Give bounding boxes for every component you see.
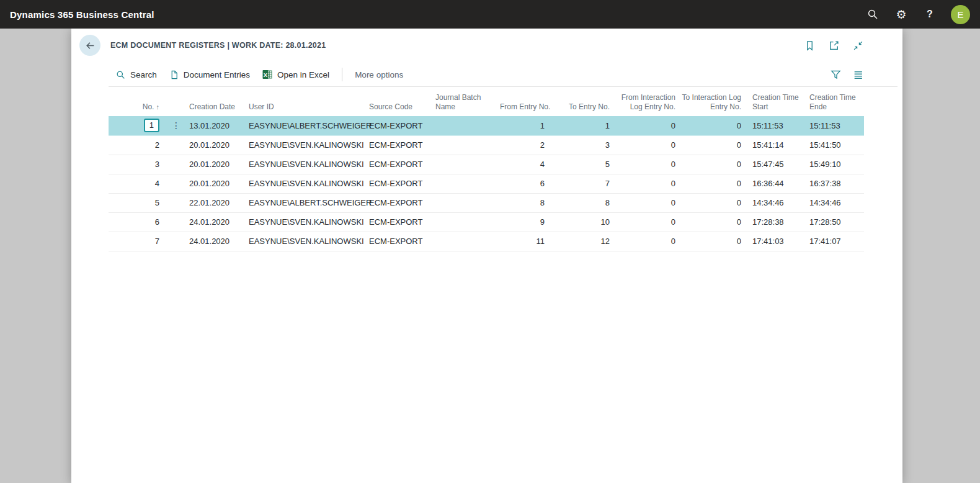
cell-to_interaction_log_entry_no[interactable]: 0 [679, 116, 745, 135]
cell-journal_batch_name[interactable] [434, 135, 500, 155]
table-row[interactable]: 522.01.2020EASYNUE\ALBERT.SCHWEIGERECM-E… [109, 193, 864, 212]
cell-creation_time_ende[interactable]: 16:37:38 [806, 174, 864, 193]
cell-from_interaction_log_entry_no[interactable]: 0 [613, 116, 679, 135]
cell-journal_batch_name[interactable] [434, 193, 500, 212]
cell-creation_time_start[interactable]: 15:11:53 [745, 116, 806, 135]
cell-creation_time_ende[interactable]: 17:41:07 [806, 232, 864, 251]
cell-to_interaction_log_entry_no[interactable]: 0 [679, 212, 745, 232]
cell-source_code[interactable]: ECM-EXPORT [368, 116, 434, 135]
cell-from_entry_no[interactable]: 9 [500, 212, 548, 232]
cell-creation_time_start[interactable]: 17:41:03 [745, 232, 806, 251]
cell-to_interaction_log_entry_no[interactable]: 0 [679, 135, 745, 155]
cell-from_interaction_log_entry_no[interactable]: 0 [613, 212, 679, 232]
table-row[interactable]: 724.01.2020EASYNUE\SVEN.KALINOWSKIECM-EX… [109, 232, 864, 251]
cell-creation_time_start[interactable]: 15:47:45 [745, 155, 806, 174]
cell-from_interaction_log_entry_no[interactable]: 0 [613, 174, 679, 193]
cell-user_id[interactable]: EASYNUE\ALBERT.SCHWEIGER [247, 193, 368, 212]
cell-creation_time_start[interactable]: 14:34:46 [745, 193, 806, 212]
column-header-from_entry_no[interactable]: From Entry No. [500, 87, 548, 116]
cell-no[interactable]: 7 [109, 232, 164, 251]
settings-gear-icon[interactable]: ⚙ [891, 4, 911, 24]
cell-journal_batch_name[interactable] [434, 232, 500, 251]
cell-source_code[interactable]: ECM-EXPORT [368, 232, 434, 251]
cell-creation_date[interactable]: 24.01.2020 [188, 232, 247, 251]
cell-source_code[interactable]: ECM-EXPORT [368, 135, 434, 155]
cell-no[interactable]: 6 [109, 212, 164, 232]
table-row[interactable]: 320.01.2020EASYNUE\SVEN.KALINOWSKIECM-EX… [109, 155, 864, 174]
cell-creation_time_start[interactable]: 15:41:14 [745, 135, 806, 155]
filter-icon[interactable] [827, 66, 844, 83]
column-header-no[interactable]: No. ↑ [109, 87, 164, 116]
cell-from_entry_no[interactable]: 1 [500, 116, 548, 135]
document-entries-button[interactable]: Document Entries [163, 66, 256, 83]
user-avatar[interactable]: E [951, 5, 970, 24]
cell-to_entry_no[interactable]: 1 [548, 116, 613, 135]
cell-from_entry_no[interactable]: 2 [500, 135, 548, 155]
column-header-from_interaction_log_entry_no[interactable]: From InteractionLog Entry No. [613, 87, 679, 116]
column-header-creation_date[interactable]: Creation Date [188, 87, 247, 116]
focused-cell-box[interactable]: 1 [144, 119, 159, 132]
cell-source_code[interactable]: ECM-EXPORT [368, 174, 434, 193]
cell-source_code[interactable]: ECM-EXPORT [368, 155, 434, 174]
column-header-user_id[interactable]: User ID [247, 87, 368, 116]
cell-source_code[interactable]: ECM-EXPORT [368, 212, 434, 232]
column-header-creation_time_start[interactable]: Creation TimeStart [745, 87, 806, 116]
cell-from_interaction_log_entry_no[interactable]: 0 [613, 193, 679, 212]
cell-from_interaction_log_entry_no[interactable]: 0 [613, 135, 679, 155]
cell-user_id[interactable]: EASYNUE\SVEN.KALINOWSKI [247, 232, 368, 251]
global-search-icon[interactable] [863, 4, 883, 24]
cell-journal_batch_name[interactable] [434, 174, 500, 193]
table-row[interactable]: 624.01.2020EASYNUE\SVEN.KALINOWSKIECM-EX… [109, 212, 864, 232]
cell-to_entry_no[interactable]: 5 [548, 155, 613, 174]
cell-source_code[interactable]: ECM-EXPORT [368, 193, 434, 212]
cell-creation_time_ende[interactable]: 17:28:50 [806, 212, 864, 232]
help-icon[interactable]: ? [920, 4, 940, 24]
search-button[interactable]: Search [110, 66, 163, 83]
cell-creation_time_ende[interactable]: 14:34:46 [806, 193, 864, 212]
cell-user_id[interactable]: EASYNUE\SVEN.KALINOWSKI [247, 212, 368, 232]
row-ellipsis-icon[interactable]: ⋮ [164, 120, 188, 130]
cell-to_entry_no[interactable]: 7 [548, 174, 613, 193]
cell-creation_date[interactable]: 20.01.2020 [188, 135, 247, 155]
cell-from_entry_no[interactable]: 8 [500, 193, 548, 212]
row-actions-cell[interactable]: ⋮ [164, 116, 188, 135]
collapse-page-icon[interactable] [849, 37, 866, 54]
table-row[interactable]: 1⋮13.01.2020EASYNUE\ALBERT.SCHWEIGERECM-… [109, 116, 864, 135]
cell-no[interactable]: 2 [109, 135, 164, 155]
column-header-journal_batch_name[interactable]: Journal BatchName [434, 87, 500, 116]
cell-user_id[interactable]: EASYNUE\SVEN.KALINOWSKI [247, 174, 368, 193]
cell-to_entry_no[interactable]: 3 [548, 135, 613, 155]
cell-journal_batch_name[interactable] [434, 116, 500, 135]
cell-creation_time_start[interactable]: 16:36:44 [745, 174, 806, 193]
cell-creation_time_start[interactable]: 17:28:38 [745, 212, 806, 232]
bookmark-icon[interactable] [801, 37, 818, 54]
open-in-new-window-icon[interactable] [825, 37, 842, 54]
table-row[interactable]: 420.01.2020EASYNUE\SVEN.KALINOWSKIECM-EX… [109, 174, 864, 193]
cell-creation_date[interactable]: 20.01.2020 [188, 174, 247, 193]
cell-no[interactable]: 3 [109, 155, 164, 174]
cell-user_id[interactable]: EASYNUE\SVEN.KALINOWSKI [247, 135, 368, 155]
cell-from_entry_no[interactable]: 4 [500, 155, 548, 174]
column-header-to_entry_no[interactable]: To Entry No. [548, 87, 613, 116]
cell-creation_time_ende[interactable]: 15:41:50 [806, 135, 864, 155]
app-title[interactable]: Dynamics 365 Business Central [10, 9, 154, 20]
cell-creation_date[interactable]: 24.01.2020 [188, 212, 247, 232]
cell-to_interaction_log_entry_no[interactable]: 0 [679, 193, 745, 212]
column-header-source_code[interactable]: Source Code [368, 87, 434, 116]
cell-creation_date[interactable]: 13.01.2020 [188, 116, 247, 135]
cell-user_id[interactable]: EASYNUE\SVEN.KALINOWSKI [247, 155, 368, 174]
cell-from_interaction_log_entry_no[interactable]: 0 [613, 155, 679, 174]
open-in-excel-button[interactable]: X Open in Excel [256, 66, 336, 83]
column-header-creation_time_ende[interactable]: Creation TimeEnde [806, 87, 864, 116]
back-button[interactable] [79, 35, 100, 56]
cell-journal_batch_name[interactable] [434, 155, 500, 174]
cell-to_entry_no[interactable]: 10 [548, 212, 613, 232]
cell-no[interactable]: 5 [109, 193, 164, 212]
cell-creation_time_ende[interactable]: 15:11:53 [806, 116, 864, 135]
cell-no[interactable]: 4 [109, 174, 164, 193]
cell-to_interaction_log_entry_no[interactable]: 0 [679, 155, 745, 174]
cell-to_interaction_log_entry_no[interactable]: 0 [679, 232, 745, 251]
cell-no[interactable]: 1 [109, 116, 164, 135]
cell-user_id[interactable]: EASYNUE\ALBERT.SCHWEIGER [247, 116, 368, 135]
cell-to_entry_no[interactable]: 12 [548, 232, 613, 251]
